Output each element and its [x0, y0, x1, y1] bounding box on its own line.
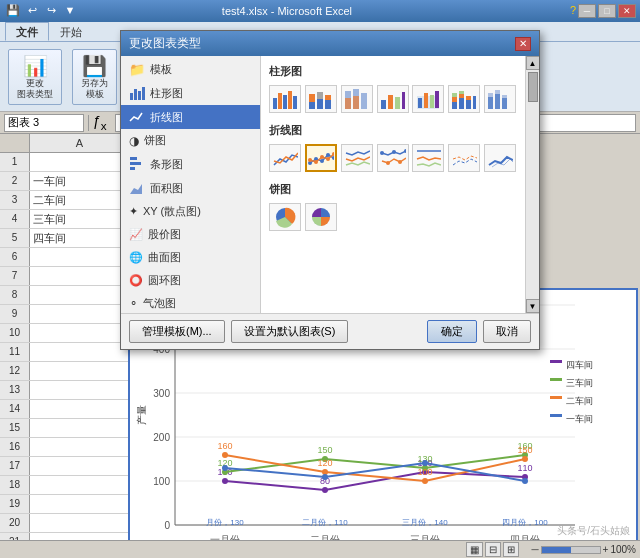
table-row: 16	[0, 438, 130, 457]
chart-type-donut[interactable]: ⭕ 圆环图	[121, 269, 260, 292]
line-type-6[interactable]	[448, 144, 480, 172]
maximize-btn[interactable]: □	[598, 4, 616, 18]
chart-type-template[interactable]: 📁 模板	[121, 58, 260, 81]
save-as-template-btn[interactable]: 💾 另存为模板	[72, 49, 117, 105]
column-type-4[interactable]	[377, 85, 409, 113]
manage-templates-btn[interactable]: 管理模板(M)...	[129, 320, 225, 343]
svg-marker-67	[130, 184, 142, 194]
chart-type-bubble[interactable]: ⚬ 气泡图	[121, 292, 260, 313]
status-bar: ▦ ⊟ ⊞ ─ + 100%	[0, 540, 640, 558]
chart-type-line[interactable]: 折线图	[121, 105, 260, 129]
dialog-scrollbar[interactable]: ▲ ▼	[525, 56, 539, 313]
chart-type-pie[interactable]: ◑ 饼图	[121, 129, 260, 152]
line-type-2[interactable]	[305, 144, 337, 172]
grid-cell[interactable]	[30, 305, 130, 323]
set-default-btn[interactable]: 设置为默认图表(S)	[231, 320, 349, 343]
svg-rect-62	[138, 91, 141, 100]
row-num: 16	[0, 438, 30, 456]
column-type-3[interactable]	[341, 85, 373, 113]
save-qat-btn[interactable]: 💾	[5, 2, 21, 18]
line-type-5[interactable]	[412, 144, 444, 172]
grid-cell[interactable]: 一车间	[30, 172, 130, 190]
grid-cell[interactable]	[30, 343, 130, 361]
layout-view-btn[interactable]: ⊟	[485, 542, 501, 557]
window-controls: ? ─ □ ✕	[570, 4, 636, 18]
column-type-7[interactable]	[484, 85, 516, 113]
grid-cell[interactable]	[30, 153, 130, 171]
column-label: 柱形图	[150, 86, 183, 101]
grid-cell[interactable]	[30, 495, 130, 513]
column-type-2[interactable]	[305, 85, 337, 113]
chart-type-surface[interactable]: 🌐 曲面图	[121, 246, 260, 269]
grid-cell[interactable]: 三车间	[30, 210, 130, 228]
column-type-5[interactable]	[412, 85, 444, 113]
grid-cell[interactable]	[30, 419, 130, 437]
zoom-out-btn[interactable]: ─	[531, 544, 538, 555]
minimize-btn[interactable]: ─	[578, 4, 596, 18]
donut-label: 圆环图	[148, 273, 181, 288]
grid-cell[interactable]	[30, 400, 130, 418]
grid-cell[interactable]: 四车间	[30, 229, 130, 247]
grid-cell[interactable]: 二车间	[30, 191, 130, 209]
grid-cell[interactable]	[30, 514, 130, 532]
scroll-thumb[interactable]	[528, 72, 538, 102]
grid-cell[interactable]	[30, 324, 130, 342]
svg-point-110	[320, 159, 324, 163]
grid-cell[interactable]	[30, 381, 130, 399]
svg-text:二车间: 二车间	[566, 396, 593, 406]
change-chart-type-btn[interactable]: 📊 更改图表类型	[8, 49, 62, 105]
help-btn[interactable]: ?	[570, 4, 576, 18]
svg-rect-107	[502, 98, 507, 109]
grid-cell[interactable]	[30, 286, 130, 304]
grid-cell[interactable]	[30, 362, 130, 380]
chart-type-bar[interactable]: 条形图	[121, 152, 260, 176]
tab-home[interactable]: 开始	[49, 22, 93, 41]
col-header-A[interactable]: A	[30, 134, 130, 152]
function-btn[interactable]: ƒx	[89, 113, 111, 132]
grid-cell[interactable]	[30, 438, 130, 456]
chart-type-scatter[interactable]: ✦ XY (散点图)	[121, 200, 260, 223]
column-type-6[interactable]	[448, 85, 480, 113]
page-view-btn[interactable]: ⊞	[503, 542, 519, 557]
table-row: 9	[0, 305, 130, 324]
scroll-down-btn[interactable]: ▼	[526, 299, 540, 313]
cancel-btn[interactable]: 取消	[483, 320, 531, 343]
grid-cell[interactable]	[30, 248, 130, 266]
tab-file[interactable]: 文件	[5, 22, 49, 41]
dialog-close-btn[interactable]: ✕	[515, 37, 531, 51]
zoom-in-btn[interactable]: +	[603, 544, 609, 555]
chart-type-column[interactable]: 柱形图	[121, 81, 260, 105]
line-type-1[interactable]	[269, 144, 301, 172]
redo-qat-btn[interactable]: ↪	[43, 2, 59, 18]
scatter-icon: ✦	[129, 205, 138, 218]
scroll-up-btn[interactable]: ▲	[526, 56, 540, 70]
svg-text:四月份，100: 四月份，100	[502, 518, 548, 527]
table-row: 20	[0, 514, 130, 533]
line-type-3[interactable]	[341, 144, 373, 172]
surface-icon: 🌐	[129, 251, 143, 264]
dialog-body: 📁 模板 柱形图 折线图 ◑ 饼图	[121, 56, 539, 313]
zoom-slider[interactable]	[541, 546, 601, 554]
name-box-input[interactable]	[4, 114, 84, 132]
pie-type-1[interactable]	[269, 203, 301, 231]
grid-cell[interactable]	[30, 267, 130, 285]
column-type-1[interactable]	[269, 85, 301, 113]
ok-btn[interactable]: 确定	[427, 320, 477, 343]
chart-type-area[interactable]: 面积图	[121, 176, 260, 200]
close-btn[interactable]: ✕	[618, 4, 636, 18]
dropdown-qat-btn[interactable]: ▼	[62, 2, 78, 18]
svg-text:150: 150	[317, 445, 332, 455]
template-label: 模板	[150, 62, 172, 77]
line-type-7[interactable]	[484, 144, 516, 172]
undo-qat-btn[interactable]: ↩	[24, 2, 40, 18]
grid-cell[interactable]	[30, 476, 130, 494]
save-as-template-label: 另存为模板	[81, 78, 108, 100]
pie-type-2[interactable]	[305, 203, 337, 231]
normal-view-btn[interactable]: ▦	[466, 542, 483, 557]
line-type-4[interactable]	[377, 144, 409, 172]
area-chart-icon	[129, 180, 145, 196]
chart-type-stock[interactable]: 📈 股价图	[121, 223, 260, 246]
grid-cell[interactable]	[30, 457, 130, 475]
dialog-footer: 管理模板(M)... 设置为默认图表(S) 确定 取消	[121, 313, 539, 349]
svg-point-114	[314, 160, 318, 164]
